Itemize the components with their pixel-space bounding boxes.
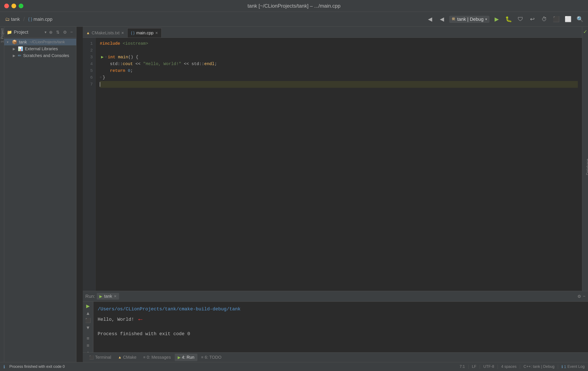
back-button[interactable]: ◀ <box>425 15 435 24</box>
run-again-button[interactable]: ▶ <box>84 303 92 309</box>
run-output-path: /Users/os/CLionProjects/tank/cmake-build… <box>98 305 584 313</box>
project-icon: 🗂 <box>5 17 10 22</box>
vertical-labels: 1: Project <box>0 27 4 362</box>
line-num-3: 3 <box>90 54 93 61</box>
fold-gutter: ○ <box>105 54 107 60</box>
messages-tab-label: 0: Messages <box>147 355 171 360</box>
status-info-icon: ℹ <box>3 364 5 369</box>
include-keyword: #include <box>100 40 120 47</box>
close-panel-icon[interactable]: − <box>69 29 74 36</box>
profile-button[interactable]: ↩ <box>528 15 537 24</box>
main-func: main <box>118 54 128 61</box>
tab-run[interactable]: ▶ 4: Run <box>175 354 197 361</box>
search-button[interactable]: 🔍 <box>575 15 585 24</box>
messages-icon: ≡ <box>143 355 146 360</box>
tree-label-scratches: Scratches and Consoles <box>23 53 69 58</box>
database-label[interactable]: Database <box>586 159 588 175</box>
file-selector[interactable]: { } main.cpp <box>27 15 54 23</box>
cpp-file-icon: { } <box>28 17 32 22</box>
code-line-2 <box>100 47 578 54</box>
status-sep-4 <box>520 365 520 369</box>
int-keyword: int <box>108 54 116 61</box>
line-num-5: 5 <box>90 67 93 74</box>
tab-bar: ▲ CMakeLists.txt ✕ { } main.cpp ✕ <box>83 27 582 38</box>
cpp-tab-icon: { } <box>131 31 135 35</box>
event-log-icon: ℹ 1 <box>561 364 566 369</box>
cpp-tab-close[interactable]: ✕ <box>155 31 158 35</box>
run-settings-icon[interactable]: ⚙ <box>578 294 581 299</box>
scroll-from-source-icon[interactable]: ⇅ <box>55 29 61 36</box>
tree-item-scratches[interactable]: ▶ ✏ Scratches and Consoles <box>4 52 76 59</box>
settings-icon[interactable]: ⚙ <box>62 29 68 36</box>
breadcrumb-separator: / <box>23 16 25 22</box>
run-tab-tank[interactable]: ▶ tank ✕ <box>97 293 119 300</box>
run-gutter-btn[interactable]: ▶ <box>100 55 105 60</box>
close-button[interactable] <box>4 4 9 8</box>
project-vert-label[interactable]: 1: Project <box>0 27 4 45</box>
run-tab-close[interactable]: ✕ <box>114 294 116 298</box>
tree-arrow-scratch: ▶ <box>13 54 16 58</box>
tree-item-external-libs[interactable]: ▶ 📊 External Libraries <box>4 45 76 52</box>
code-line-1: #include <iostream> <box>100 40 578 47</box>
coverage-button[interactable]: 🛡 <box>516 15 525 24</box>
status-language[interactable]: C++: tank | Debug <box>524 364 555 369</box>
run-config-chevron: ▾ <box>485 17 487 21</box>
forward-button[interactable]: ◀ <box>437 15 447 24</box>
window-controls <box>4 4 23 8</box>
todo-icon: ≡ <box>201 355 204 360</box>
status-position[interactable]: 7:1 <box>460 364 465 369</box>
run-output-hello-row: Hello, World! ← <box>98 313 584 326</box>
stop-run-button[interactable]: ⬛ <box>84 318 92 323</box>
line-num-7: 7 <box>90 81 93 88</box>
project-selector[interactable]: 🗂 tank <box>3 15 22 23</box>
project-tree: ▾ 📦 tank ~/CLionProjects/tank ▶ 📊 Extern… <box>4 38 76 362</box>
tab-terminal[interactable]: ⬛ Terminal <box>86 354 114 361</box>
status-indent[interactable]: 4 spaces <box>501 364 516 369</box>
tab-cmakelists[interactable]: ▲ CMakeLists.txt ✕ <box>83 28 127 38</box>
tab-cmake[interactable]: ▲ CMake <box>115 354 139 361</box>
run-arrow-icon: ← <box>138 313 142 326</box>
run-minimize-icon[interactable]: − <box>583 294 586 299</box>
external-libs-icon: 📊 <box>18 46 23 51</box>
locate-file-icon[interactable]: ⊕ <box>48 29 53 36</box>
run-label: Run: <box>85 294 95 299</box>
build-button[interactable]: ⏱ <box>540 15 549 24</box>
cmake-tab-icon: ▲ <box>86 31 90 35</box>
scratch-icon: ✏ <box>18 53 21 58</box>
run-tab-icon: ▶ <box>99 294 102 299</box>
tree-path-tank: ~/CLionProjects/tank <box>30 40 65 44</box>
scroll-down-button[interactable]: ▼ <box>84 325 92 331</box>
code-content[interactable]: #include <iostream> ▶ ○ int main <box>95 38 582 291</box>
bottom-area: Run: ▶ tank ✕ ⚙ − ▶ ▲ ⬛ ▼ ≡ <box>83 291 588 352</box>
run-output-spacer <box>98 326 584 330</box>
tab-messages[interactable]: ≡ 0: Messages <box>140 354 174 361</box>
run-tab-bottom-label: 4: Run <box>182 355 194 360</box>
cmake-tab-close[interactable]: ✕ <box>121 31 124 35</box>
debug-button[interactable]: 🐛 <box>504 15 513 24</box>
title-bar: tank [~/CLionProjects/tank] – .../main.c… <box>0 0 588 12</box>
status-event-log[interactable]: ℹ 1 Event Log <box>561 364 585 369</box>
status-encoding-text: UTF-8 <box>483 364 494 369</box>
minimize-button[interactable] <box>11 4 16 8</box>
code-line-5: return 0 ; <box>100 67 578 74</box>
scroll-up-button[interactable]: ▲ <box>84 311 92 316</box>
tab-maincpp[interactable]: { } main.cpp ✕ <box>127 28 162 38</box>
code-line-7[interactable] <box>100 81 578 88</box>
tab-todo[interactable]: ≡ 6: TODO <box>198 354 225 361</box>
run-tab-label: tank <box>104 294 112 299</box>
toolbar: 🗂 tank / { } main.cpp ◀ ◀ 🛠 tank | Debug… <box>0 12 588 27</box>
status-line-sep[interactable]: LF <box>472 364 476 369</box>
cpp-tab-label: main.cpp <box>136 30 154 35</box>
settings2-button[interactable]: ↕ <box>84 350 92 352</box>
code-editor[interactable]: 1 2 3 4 5 6 7 #include <iostream> <box>83 38 582 291</box>
maximize-button[interactable] <box>19 4 23 8</box>
tree-item-tank[interactable]: ▾ 📦 tank ~/CLionProjects/tank <box>4 39 76 45</box>
code-line-3: ▶ ○ int main () { <box>100 54 578 61</box>
run-button[interactable]: ▶ <box>492 15 501 24</box>
stop-button[interactable]: ⬛ <box>551 15 561 24</box>
status-encoding[interactable]: UTF-8 <box>483 364 494 369</box>
suspend-button[interactable]: ⬜ <box>563 15 573 24</box>
filter-button[interactable]: ≡ <box>84 343 92 348</box>
run-config-selector[interactable]: 🛠 tank | Debug ▾ <box>449 16 490 23</box>
soft-wrap-button[interactable]: ≡ <box>84 336 92 341</box>
